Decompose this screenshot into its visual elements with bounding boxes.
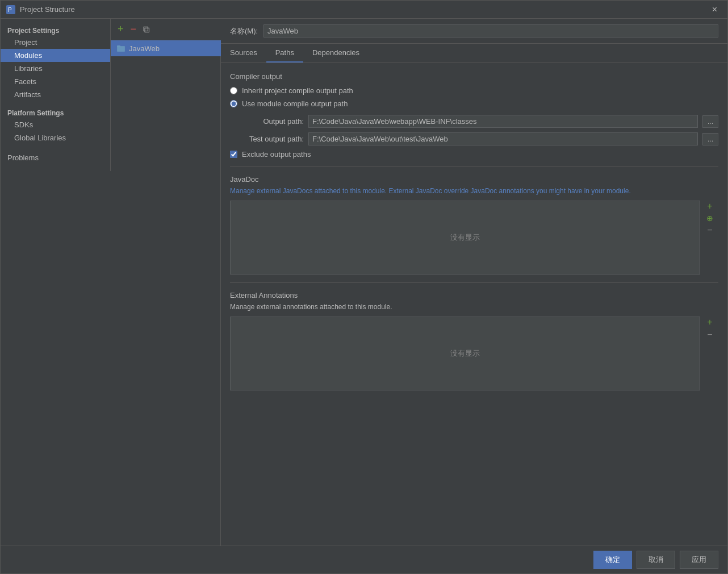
javadoc-title: JavaDoc: [230, 175, 718, 184]
test-output-path-browse-button[interactable]: ...: [702, 133, 718, 145]
ext-annotations-side-actions: + −: [704, 317, 716, 340]
ok-button[interactable]: 确定: [593, 551, 632, 569]
apply-button[interactable]: 应用: [680, 551, 718, 569]
module-item-javaweb[interactable]: JavaWeb: [111, 40, 221, 56]
remove-module-button[interactable]: −: [128, 22, 139, 36]
name-row: 名称(M):: [221, 19, 727, 44]
app-icon: P: [6, 5, 15, 14]
title-text: Project Structure: [20, 5, 708, 14]
module-panel: + − ⧉ JavaWeb: [111, 19, 221, 546]
output-path-label: Output path:: [230, 117, 304, 126]
radio-use-module[interactable]: [230, 100, 237, 107]
sidebar-item-global-libraries[interactable]: Global Libraries: [1, 131, 110, 144]
javadoc-side-actions: + ⊕ −: [704, 201, 716, 236]
module-item-label: JavaWeb: [129, 44, 160, 53]
sidebar-item-facets[interactable]: Facets: [1, 75, 110, 88]
ext-annotations-remove-button[interactable]: −: [704, 329, 716, 340]
bottom-bar: 确定 取消 应用: [1, 546, 727, 573]
javadoc-desc: Manage external JavaDocs attached to thi…: [230, 186, 718, 196]
tab-sources[interactable]: Sources: [221, 44, 266, 63]
javadoc-add-button[interactable]: +: [704, 201, 716, 212]
radio-inherit-label: Inherit project compile output path: [242, 86, 353, 95]
name-input[interactable]: [263, 24, 718, 38]
test-output-path-input[interactable]: [308, 132, 698, 145]
test-output-path-label: Test output path:: [230, 135, 304, 143]
ext-annotations-add-button[interactable]: +: [704, 317, 716, 328]
radio-inherit[interactable]: [230, 87, 237, 94]
main-content: Project Settings Project Modules Librari…: [1, 19, 727, 546]
javadoc-list-area: 没有显示: [230, 201, 700, 274]
module-folder-icon: [116, 44, 125, 53]
module-toolbar: + − ⧉: [111, 19, 221, 40]
tab-paths[interactable]: Paths: [266, 44, 303, 63]
compiler-output-radio-group: Inherit project compile output path Use …: [230, 86, 718, 108]
title-bar: P Project Structure ×: [1, 1, 727, 19]
test-output-path-row: Test output path: ...: [230, 132, 718, 145]
project-structure-window: P Project Structure × Project Settings P…: [0, 0, 728, 574]
radio-use-module-row: Use module compile output path: [230, 99, 718, 108]
paths-tab-content: Compiler output Inherit project compile …: [221, 63, 727, 546]
ext-annotations-list-container: 没有显示 + −: [230, 317, 700, 390]
left-column: Project Settings Project Modules Librari…: [1, 19, 111, 546]
ext-annotations-list-empty-label: 没有显示: [450, 348, 480, 359]
right-panel: 名称(M): Sources Paths Dependencies Compil…: [221, 19, 727, 546]
sidebar-item-artifacts[interactable]: Artifacts: [1, 88, 110, 101]
sidebar-item-sdks[interactable]: SDKs: [1, 118, 110, 131]
javadoc-list-container: 没有显示 + ⊕ −: [230, 201, 700, 274]
ext-annotations-section: External Annotations Manage external ann…: [230, 291, 718, 390]
javadoc-list-empty-label: 没有显示: [450, 232, 480, 243]
compiler-output-title: Compiler output: [230, 72, 718, 81]
sidebar-item-modules[interactable]: Modules: [1, 49, 110, 62]
sidebar-item-project[interactable]: Project: [1, 36, 110, 49]
add-module-button[interactable]: +: [115, 22, 126, 36]
radio-use-module-label: Use module compile output path: [242, 99, 348, 108]
ext-annotations-desc: Manage external annotations attached to …: [230, 302, 718, 312]
sidebar-nav: Project Settings Project Modules Librari…: [1, 19, 110, 171]
svg-rect-4: [118, 47, 124, 51]
javadoc-remove-button[interactable]: −: [704, 224, 716, 236]
copy-module-button[interactable]: ⧉: [141, 23, 152, 36]
sidebar-item-libraries[interactable]: Libraries: [1, 62, 110, 75]
ext-annotations-title: External Annotations: [230, 291, 718, 300]
sidebar-item-problems[interactable]: Problems: [1, 149, 110, 167]
ext-annotations-list-area: 没有显示: [230, 317, 700, 390]
project-settings-label: Project Settings: [1, 23, 110, 36]
tabs-bar: Sources Paths Dependencies: [221, 44, 727, 63]
svg-text:P: P: [8, 7, 12, 13]
exclude-output-paths-label: Exclude output paths: [242, 150, 311, 159]
sidebar: Project Settings Project Modules Librari…: [1, 19, 111, 171]
platform-settings-label: Platform Settings: [1, 106, 110, 118]
output-path-row: Output path: ...: [230, 115, 718, 128]
radio-inherit-row: Inherit project compile output path: [230, 86, 718, 95]
cancel-button[interactable]: 取消: [637, 551, 675, 569]
tab-dependencies[interactable]: Dependencies: [303, 44, 369, 63]
javadoc-add-special-button[interactable]: ⊕: [704, 213, 716, 223]
exclude-output-paths-checkbox[interactable]: [230, 151, 237, 158]
name-label: 名称(M):: [230, 26, 258, 36]
exclude-output-paths-row: Exclude output paths: [230, 150, 718, 159]
close-button[interactable]: ×: [708, 2, 722, 17]
module-list: JavaWeb: [111, 40, 221, 56]
output-path-browse-button[interactable]: ...: [702, 115, 718, 128]
output-path-input[interactable]: [308, 115, 698, 128]
javadoc-section: JavaDoc Manage external JavaDocs attache…: [230, 175, 718, 274]
